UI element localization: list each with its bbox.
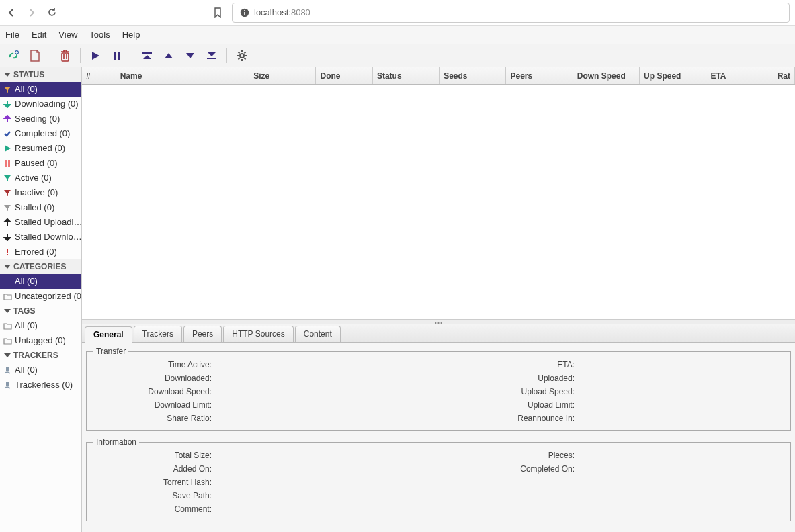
collapse-icon bbox=[4, 265, 11, 269]
menu-tools[interactable]: Tools bbox=[89, 30, 110, 40]
sidebar-categories-header[interactable]: CATEGORIES bbox=[0, 259, 81, 274]
tracker-icon bbox=[3, 380, 12, 390]
col-eta[interactable]: ETA bbox=[706, 67, 773, 84]
sidebar-status-stalled[interactable]: Stalled (0) bbox=[0, 200, 81, 215]
sidebar-status-downloading[interactable]: Downloading (0) bbox=[0, 97, 81, 112]
sidebar-trackers-trackerless[interactable]: Trackerless (0) bbox=[0, 378, 81, 392]
value-shareratio bbox=[214, 414, 268, 423]
sidebar-status-seeding[interactable]: Seeding (0) bbox=[0, 112, 81, 126]
tab-content[interactable]: Content bbox=[295, 326, 341, 342]
sidebar-item-label: Stalled Downlo… bbox=[15, 231, 81, 243]
sidebar-item-label: Inactive (0) bbox=[15, 187, 58, 199]
col-upspeed[interactable]: Up Speed bbox=[640, 67, 706, 84]
bookmark-button[interactable] bbox=[212, 7, 224, 19]
menu-file[interactable]: File bbox=[5, 30, 19, 40]
col-downspeed[interactable]: Down Speed bbox=[573, 67, 640, 84]
sidebar-status-inactive[interactable]: Inactive (0) bbox=[0, 185, 81, 200]
tab-general[interactable]: General bbox=[85, 326, 132, 343]
menu-edit[interactable]: Edit bbox=[32, 30, 46, 40]
address-bar[interactable]: localhost:8080 bbox=[232, 3, 790, 23]
move-up-button[interactable] bbox=[159, 46, 178, 65]
svg-rect-13 bbox=[6, 382, 9, 386]
error-icon bbox=[3, 247, 12, 257]
reload-button[interactable] bbox=[46, 7, 58, 19]
col-ratio[interactable]: Rat bbox=[773, 67, 795, 84]
menubar: File Edit View Tools Help bbox=[0, 26, 795, 44]
tab-trackers[interactable]: Trackers bbox=[134, 326, 182, 342]
sidebar-item-label: Completed (0) bbox=[15, 128, 70, 140]
settings-button[interactable] bbox=[233, 46, 251, 65]
check-icon bbox=[3, 129, 12, 138]
sidebar-item-label: Seeding (0) bbox=[15, 113, 60, 125]
sidebar-status-active[interactable]: Active (0) bbox=[0, 171, 81, 185]
add-torrent-file-button[interactable] bbox=[26, 46, 44, 65]
col-done[interactable]: Done bbox=[316, 67, 372, 84]
resume-button[interactable] bbox=[86, 46, 105, 65]
menu-help[interactable]: Help bbox=[122, 30, 140, 40]
sidebar-tags-all[interactable]: All (0) bbox=[0, 318, 81, 333]
value-time-active bbox=[214, 360, 268, 369]
sidebar-status-resumed[interactable]: Resumed (0) bbox=[0, 141, 81, 156]
sidebar-tags-untagged[interactable]: Untagged (0) bbox=[0, 333, 81, 348]
sidebar-categories-all[interactable]: All (0) bbox=[0, 274, 81, 289]
value-savepath bbox=[214, 491, 268, 500]
sidebar-status-all[interactable]: All (0) bbox=[0, 82, 81, 97]
sidebar-item-label: All (0) bbox=[15, 320, 38, 332]
label-empty3 bbox=[268, 504, 577, 514]
delete-button[interactable] bbox=[56, 46, 75, 65]
sidebar-trackers-label: TRACKERS bbox=[13, 351, 58, 360]
sidebar-status-completed[interactable]: Completed (0) bbox=[0, 126, 81, 141]
back-button[interactable] bbox=[5, 7, 17, 19]
download-icon bbox=[3, 99, 12, 109]
sidebar-item-label: Resumed (0) bbox=[15, 142, 65, 154]
splitter[interactable]: … bbox=[82, 319, 795, 324]
move-down-button[interactable] bbox=[181, 46, 200, 65]
label-totalsize: Total Size: bbox=[93, 451, 214, 460]
col-name[interactable]: Name bbox=[116, 67, 249, 84]
value-uploaded bbox=[577, 373, 631, 383]
col-peers[interactable]: Peers bbox=[506, 67, 573, 84]
sidebar-trackers-all[interactable]: All (0) bbox=[0, 363, 81, 378]
label-reannounce: Reannounce In: bbox=[268, 414, 577, 423]
sidebar-status-header[interactable]: STATUS bbox=[0, 67, 81, 82]
move-bottom-button[interactable] bbox=[202, 46, 221, 65]
sidebar-status-stalled-up[interactable]: Stalled Uploadi… bbox=[0, 215, 81, 230]
col-num[interactable]: # bbox=[82, 67, 116, 84]
value-addedon bbox=[214, 464, 268, 474]
browser-bar: localhost:8080 bbox=[0, 0, 795, 26]
col-status[interactable]: Status bbox=[373, 67, 440, 84]
value-eta bbox=[577, 360, 631, 369]
sidebar-item-label: Untagged (0) bbox=[15, 335, 66, 347]
value-downloaded bbox=[214, 373, 268, 383]
collapse-icon bbox=[4, 353, 11, 357]
sidebar-tags-header[interactable]: TAGS bbox=[0, 304, 81, 318]
sidebar-categories-uncat[interactable]: Uncategorized (0) bbox=[0, 289, 81, 304]
move-top-button[interactable] bbox=[138, 46, 157, 65]
label-addedon: Added On: bbox=[93, 464, 214, 474]
filter-all-icon bbox=[3, 85, 12, 94]
torrent-list[interactable] bbox=[82, 85, 795, 319]
sidebar-status-paused[interactable]: Paused (0) bbox=[0, 156, 81, 171]
col-size[interactable]: Size bbox=[249, 67, 316, 84]
tab-peers[interactable]: Peers bbox=[183, 326, 222, 342]
svg-rect-2 bbox=[244, 10, 245, 11]
forward-button[interactable] bbox=[26, 7, 38, 19]
sidebar-item-label: Trackerless (0) bbox=[15, 379, 73, 391]
svg-rect-11 bbox=[7, 254, 8, 255]
sidebar-trackers-header[interactable]: TRACKERS bbox=[0, 348, 81, 363]
sidebar-item-label: Stalled Uploadi… bbox=[15, 216, 81, 228]
sidebar-item-label: Stalled (0) bbox=[15, 202, 54, 214]
sidebar-status-stalled-down[interactable]: Stalled Downlo… bbox=[0, 230, 81, 245]
pause-button[interactable] bbox=[108, 46, 126, 65]
sidebar-item-label: Active (0) bbox=[15, 172, 52, 184]
label-savepath: Save Path: bbox=[93, 491, 214, 500]
svg-rect-9 bbox=[8, 160, 10, 167]
col-seeds[interactable]: Seeds bbox=[440, 67, 506, 84]
tracker-icon bbox=[3, 365, 12, 375]
sidebar-status-errored[interactable]: Errored (0) bbox=[0, 245, 81, 259]
sidebar: STATUS All (0) Downloading (0) Seeding (… bbox=[0, 67, 82, 532]
toolbar bbox=[0, 44, 795, 67]
tab-httpsources[interactable]: HTTP Sources bbox=[223, 326, 293, 342]
menu-view[interactable]: View bbox=[58, 30, 77, 40]
add-torrent-link-button[interactable] bbox=[4, 46, 23, 65]
